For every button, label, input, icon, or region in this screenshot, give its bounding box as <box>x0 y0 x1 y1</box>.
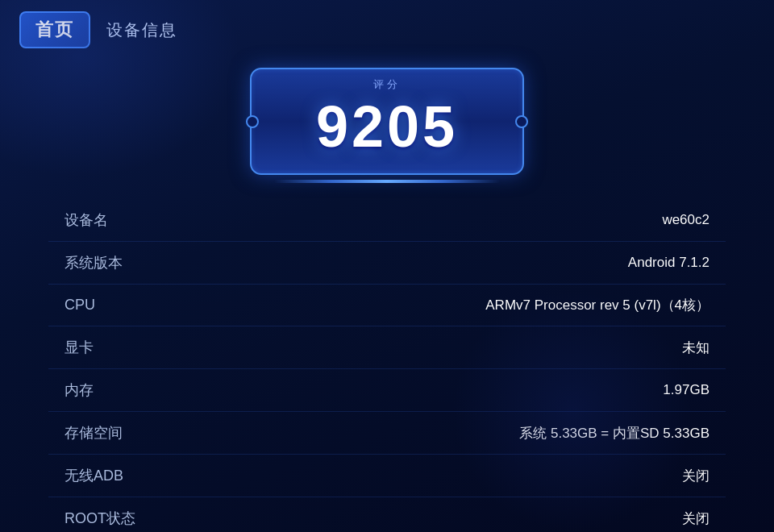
table-row: CPUARMv7 Processor rev 5 (v7l)（4核） <box>48 285 726 326</box>
info-value: we60c2 <box>662 212 710 228</box>
table-row: 显卡未知 <box>48 326 726 369</box>
info-label: 内存 <box>64 380 161 400</box>
table-row: 存储空间系统 5.33GB = 内置SD 5.33GB <box>48 412 726 455</box>
info-label: ROOT状态 <box>64 509 161 528</box>
info-label: CPU <box>64 297 161 314</box>
score-value: 9205 <box>276 95 498 159</box>
header: 首页 设备信息 <box>0 0 774 60</box>
score-card-decoration <box>274 180 500 183</box>
score-card: 评分 9205 <box>250 68 524 175</box>
table-row: 无线ADB关闭 <box>48 455 726 497</box>
score-section: 评分 9205 <box>0 68 774 175</box>
info-value: ARMv7 Processor rev 5 (v7l)（4核） <box>485 296 710 314</box>
home-button[interactable]: 首页 <box>19 11 90 48</box>
info-label: 系统版本 <box>64 253 161 272</box>
score-label: 评分 <box>276 77 498 92</box>
table-row: 设备名we60c2 <box>48 199 726 242</box>
table-row: 系统版本Android 7.1.2 <box>48 242 726 285</box>
info-value: 未知 <box>682 339 710 357</box>
info-value: 1.97GB <box>663 382 710 398</box>
info-value: 关闭 <box>682 467 710 485</box>
info-value: Android 7.1.2 <box>628 255 710 271</box>
info-label: 设备名 <box>64 210 161 230</box>
page-title: 设备信息 <box>106 19 177 41</box>
table-row: ROOT状态关闭 <box>48 497 726 532</box>
info-value: 系统 5.33GB = 内置SD 5.33GB <box>519 424 710 443</box>
info-table: 设备名we60c2系统版本Android 7.1.2CPUARMv7 Proce… <box>0 199 774 532</box>
info-label: 存储空间 <box>64 423 161 443</box>
info-value: 关闭 <box>682 509 710 528</box>
info-label: 显卡 <box>64 338 161 357</box>
table-row: 内存1.97GB <box>48 369 726 412</box>
info-label: 无线ADB <box>64 466 161 485</box>
